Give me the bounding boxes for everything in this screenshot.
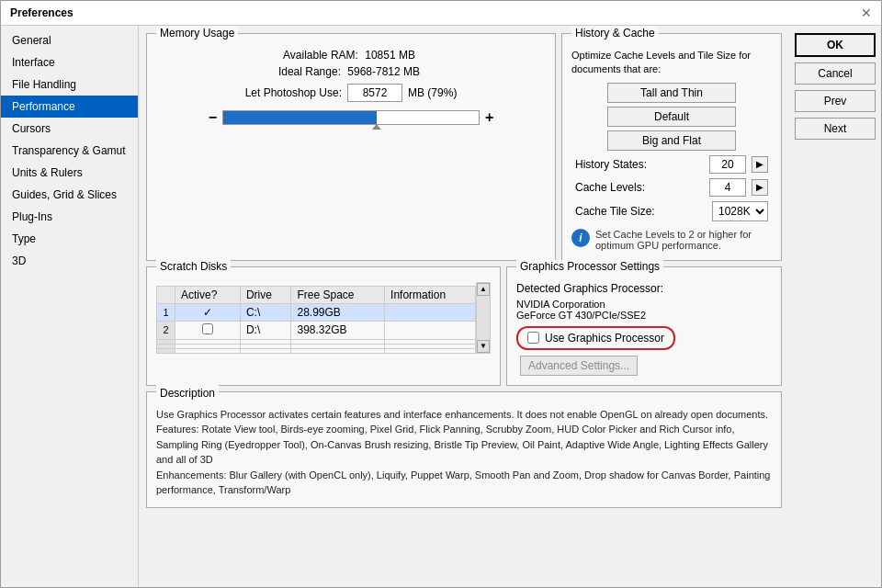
- row-active: ✓: [175, 303, 241, 321]
- available-label: Available RAM:: [283, 49, 358, 62]
- sidebar: GeneralInterfaceFile HandlingPerformance…: [1, 26, 139, 587]
- slider-minus[interactable]: −: [209, 109, 217, 126]
- prev-button[interactable]: Prev: [795, 90, 876, 112]
- info-text: Set Cache Levels to 2 or higher for opti…: [595, 229, 772, 251]
- history-states-row: History States: ▶: [575, 155, 768, 174]
- row-drive: D:\: [240, 321, 291, 339]
- description-text: Use Graphics Processor activates certain…: [156, 407, 772, 498]
- row-info: [385, 303, 476, 321]
- tall-thin-button[interactable]: Tall and Thin: [607, 83, 736, 103]
- cache-tile-select[interactable]: 1028K 128K 256K 512K 2048K: [712, 201, 768, 221]
- scratch-table-area: Active? Drive Free Space Information 1: [156, 282, 476, 354]
- disk-checkbox[interactable]: [202, 323, 213, 334]
- slider-plus[interactable]: +: [485, 109, 493, 126]
- row-drive: C:\: [240, 303, 291, 321]
- info-row: i Set Cache Levels to 2 or higher for op…: [571, 229, 772, 251]
- scroll-up[interactable]: ▲: [477, 283, 490, 296]
- sidebar-item-file-handling[interactable]: File Handling: [1, 74, 138, 96]
- slider-thumb: [372, 124, 381, 130]
- let-input[interactable]: [347, 84, 402, 102]
- use-gpu-checkbox[interactable]: [527, 332, 539, 344]
- title-bar: Preferences ✕: [1, 1, 881, 26]
- row-num: 2: [157, 321, 175, 339]
- sidebar-item-interface[interactable]: Interface: [1, 51, 138, 74]
- advanced-settings-button: Advanced Settings...: [520, 356, 638, 376]
- cache-tile-label: Cache Tile Size:: [575, 205, 707, 218]
- row-active: [175, 321, 241, 339]
- col-active: Active?: [175, 286, 241, 303]
- gpu-title: Graphics Processor Settings: [516, 260, 663, 273]
- ideal-value: 5968-7812 MB: [347, 65, 420, 78]
- col-num: [157, 286, 175, 303]
- info-icon: i: [571, 229, 590, 247]
- sidebar-item-general[interactable]: General: [1, 29, 138, 51]
- history-states-label: History States:: [575, 158, 704, 171]
- scratch-title: Scratch Disks: [156, 260, 231, 273]
- ok-button[interactable]: OK: [795, 33, 876, 57]
- default-button[interactable]: Default: [607, 107, 736, 127]
- slider-fill: [223, 111, 377, 124]
- sidebar-item-type[interactable]: Type: [1, 228, 138, 250]
- sidebar-item-performance[interactable]: Performance: [1, 96, 138, 118]
- description-title: Description: [156, 385, 219, 401]
- next-button[interactable]: Next: [795, 118, 876, 140]
- cache-levels-label: Cache Levels:: [575, 181, 704, 194]
- history-description: Optimize Cache Levels and Tile Size for …: [571, 49, 772, 77]
- table-row: 1 ✓ C:\ 28.99GB: [157, 303, 476, 321]
- slider-container: − +: [156, 109, 546, 126]
- history-title: History & Cache: [571, 27, 659, 40]
- top-row: Memory Usage Available RAM: 10851 MB Ide…: [146, 33, 782, 261]
- right-buttons: OK Cancel Prev Next: [789, 26, 881, 587]
- scratch-table-wrapper: Active? Drive Free Space Information 1: [156, 282, 491, 354]
- row-info: [385, 321, 476, 339]
- scratch-group: Scratch Disks Active? Drive Free Space: [146, 266, 501, 386]
- content-area: Memory Usage Available RAM: 10851 MB Ide…: [139, 26, 789, 587]
- close-button[interactable]: ✕: [861, 6, 872, 19]
- gpu-detected-label: Detected Graphics Processor:: [516, 282, 772, 295]
- gpu-name: NVIDIA Corporation GeForce GT 430/PCIe/S…: [516, 299, 772, 321]
- table-row: 2 D:\ 398.32GB: [157, 321, 476, 339]
- cache-levels-input[interactable]: [709, 178, 746, 197]
- sidebar-item-3d[interactable]: 3D: [1, 250, 138, 272]
- sidebar-item-transparency---gamut[interactable]: Transparency & Gamut: [1, 140, 138, 162]
- available-value: 10851 MB: [365, 49, 415, 62]
- available-row: Available RAM: 10851 MB: [156, 49, 546, 62]
- sidebar-item-guides--grid---slices[interactable]: Guides, Grid & Slices: [1, 184, 138, 206]
- scroll-track: [477, 296, 490, 340]
- sidebar-item-cursors[interactable]: Cursors: [1, 118, 138, 140]
- ideal-row: Ideal Range: 5968-7812 MB: [156, 65, 546, 78]
- description-group: Description Use Graphics Processor activ…: [146, 391, 782, 508]
- sidebar-item-plug-ins[interactable]: Plug-Ins: [1, 206, 138, 228]
- let-suffix: MB (79%): [408, 86, 457, 99]
- use-gpu-label: Use Graphics Processor: [545, 332, 664, 345]
- use-gpu-row: Use Graphics Processor: [516, 326, 675, 350]
- row-free: 398.32GB: [291, 321, 385, 339]
- ideal-label: Ideal Range:: [278, 65, 341, 78]
- history-group: History & Cache Optimize Cache Levels an…: [561, 33, 782, 261]
- cancel-button[interactable]: Cancel: [795, 62, 876, 85]
- let-row: Let Photoshop Use: MB (79%): [156, 84, 546, 102]
- row-free: 28.99GB: [291, 303, 385, 321]
- col-drive: Drive: [240, 286, 291, 303]
- cache-levels-arrow[interactable]: ▶: [752, 179, 768, 196]
- memory-group: Memory Usage Available RAM: 10851 MB Ide…: [146, 33, 556, 261]
- table-row-empty: [157, 348, 476, 353]
- slider-track[interactable]: [222, 110, 480, 125]
- gpu-group: Graphics Processor Settings Detected Gra…: [506, 266, 782, 386]
- col-free: Free Space: [291, 286, 385, 303]
- scratch-scrollbar: ▲ ▼: [476, 282, 491, 354]
- col-info: Information: [385, 286, 476, 303]
- scratch-table: Active? Drive Free Space Information 1: [156, 286, 476, 354]
- bottom-row: Scratch Disks Active? Drive Free Space: [146, 266, 782, 386]
- let-label: Let Photoshop Use:: [245, 86, 342, 99]
- cache-levels-row: Cache Levels: ▶: [575, 178, 768, 197]
- preferences-dialog: Preferences ✕ GeneralInterfaceFile Handl…: [0, 0, 882, 588]
- scroll-down[interactable]: ▼: [477, 340, 490, 353]
- history-states-arrow[interactable]: ▶: [752, 156, 768, 173]
- row-num: 1: [157, 303, 175, 321]
- sidebar-item-units---rulers[interactable]: Units & Rulers: [1, 162, 138, 184]
- main-area: GeneralInterfaceFile HandlingPerformance…: [1, 26, 881, 587]
- dialog-title: Preferences: [10, 6, 74, 19]
- history-states-input[interactable]: [709, 155, 746, 174]
- big-flat-button[interactable]: Big and Flat: [607, 130, 736, 151]
